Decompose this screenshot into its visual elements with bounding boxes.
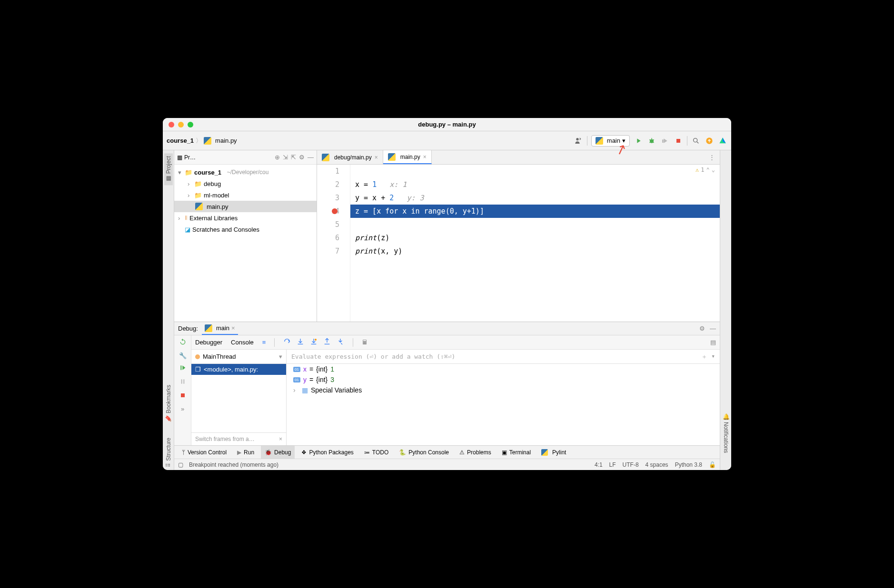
- tree-project-root[interactable]: ▾📁 course_1 ~/Developer/cou: [174, 167, 317, 178]
- user-icon[interactable]: [574, 136, 583, 146]
- editor-more-icon[interactable]: ⋮: [704, 150, 720, 164]
- special-variables[interactable]: ›▦ Special Variables: [287, 385, 720, 395]
- search-icon[interactable]: [691, 136, 701, 146]
- debugger-tab[interactable]: Debugger: [195, 339, 222, 346]
- project-tool-tab[interactable]: ▦ Project: [164, 153, 173, 185]
- warning-icon: ⚠: [459, 449, 465, 456]
- project-view-select[interactable]: ▦ Pr…: [177, 154, 196, 161]
- variable-y[interactable]: 01 y = {int} 3: [287, 374, 720, 385]
- thread-dump-icon[interactable]: ≡: [262, 339, 266, 346]
- run-tab[interactable]: ▶Run: [233, 446, 258, 459]
- modify-run-config-icon[interactable]: 🔧: [179, 352, 187, 359]
- minimize-window-icon[interactable]: [178, 122, 184, 127]
- tree-folder-debug[interactable]: ›📁 debug: [174, 178, 317, 189]
- tool-windows-icon[interactable]: ▢: [178, 461, 183, 468]
- close-tab-icon[interactable]: ×: [423, 154, 427, 160]
- expand-all-icon[interactable]: ⇲: [283, 154, 288, 161]
- lock-icon[interactable]: 🔓: [709, 461, 716, 468]
- chevron-down-icon[interactable]: ▾: [711, 353, 715, 361]
- close-tab-icon[interactable]: ×: [375, 154, 378, 161]
- frames-panel: MainThread▾ ❐<module>, main.py: Switch f…: [191, 350, 287, 445]
- tree-file-main-py[interactable]: main.py: [174, 201, 317, 212]
- status-position[interactable]: 4:1: [595, 461, 603, 468]
- inspection-widget[interactable]: ⚠1 ⌃ ⌄: [695, 167, 715, 173]
- terminal-tab[interactable]: ▣Terminal: [498, 446, 535, 459]
- hide-icon[interactable]: —: [308, 154, 314, 161]
- close-session-icon[interactable]: ×: [231, 324, 235, 332]
- structure-tool-tab[interactable]: ⠿ Structure: [164, 435, 173, 470]
- editor-gutter[interactable]: 1 2 3 4 5 6 7: [317, 165, 350, 322]
- python-console-tab[interactable]: 🐍Python Console: [395, 446, 453, 459]
- breadcrumb-root[interactable]: course_1: [167, 137, 194, 144]
- tree-external-libraries[interactable]: ›⫴ External Libraries: [174, 212, 317, 224]
- debug-button[interactable]: [647, 136, 656, 146]
- add-watch-icon[interactable]: ＋: [701, 353, 707, 361]
- bug-icon: 🐞: [265, 449, 272, 456]
- layout-settings-icon[interactable]: ▤: [710, 339, 716, 346]
- notifications-tool-tab[interactable]: 🔔 Notifications: [722, 410, 730, 456]
- evaluate-expression-icon[interactable]: 🖩: [362, 339, 368, 346]
- run-button[interactable]: [634, 136, 643, 146]
- status-indent[interactable]: 4 spaces: [646, 461, 668, 468]
- console-tab[interactable]: Console: [231, 339, 254, 346]
- step-out-icon[interactable]: [323, 338, 331, 347]
- play-icon: ▶: [237, 449, 241, 456]
- editor-tab-debug-main[interactable]: debug/main.py×: [317, 150, 383, 164]
- tree-folder-ml-model[interactable]: ›📁 ml-model: [174, 189, 317, 201]
- collapse-all-icon[interactable]: ⇱: [291, 154, 296, 161]
- execution-line: z = [x for x in range(0, y+1)]: [350, 205, 720, 218]
- variable-x[interactable]: 01 x = {int} 1: [287, 364, 720, 374]
- python-file-icon: [204, 137, 211, 145]
- stop-button[interactable]: [674, 136, 683, 146]
- stack-frame[interactable]: ❐<module>, main.py:: [191, 364, 286, 375]
- chevron-down-icon: ▾: [622, 137, 626, 144]
- bookmarks-tool-tab[interactable]: 🔖 Bookmarks: [164, 382, 173, 425]
- breadcrumb[interactable]: course_1 〉 main.py: [167, 137, 237, 145]
- hide-debug-icon[interactable]: —: [710, 325, 716, 332]
- status-line-sep[interactable]: LF: [609, 461, 616, 468]
- step-over-icon[interactable]: [283, 338, 291, 347]
- svg-rect-10: [298, 344, 303, 344]
- select-opened-icon[interactable]: ⊕: [275, 154, 280, 161]
- list-icon: ≔: [364, 449, 370, 456]
- svg-rect-11: [311, 344, 317, 344]
- status-interpreter[interactable]: Python 3.8: [675, 461, 702, 468]
- python-packages-tab[interactable]: ❖Python Packages: [298, 446, 357, 459]
- tree-scratches[interactable]: ◪ Scratches and Consoles: [174, 224, 317, 235]
- editor-tab-main[interactable]: main.py×: [383, 150, 432, 164]
- debug-session-tab[interactable]: main ×: [202, 322, 238, 335]
- python-icon: [205, 324, 212, 332]
- todo-tab[interactable]: ≔TODO: [360, 446, 392, 459]
- editor-code-area[interactable]: x = 1 x: 1 y = x + 2 y: 3 z = [x for x i…: [350, 165, 720, 322]
- status-encoding[interactable]: UTF-8: [623, 461, 639, 468]
- thread-select[interactable]: MainThread▾: [191, 350, 286, 364]
- zoom-window-icon[interactable]: [188, 122, 193, 127]
- chevron-down-icon[interactable]: ⌄: [712, 167, 715, 173]
- debug-gear-icon[interactable]: ⚙: [699, 325, 705, 332]
- more-debug-icon[interactable]: »: [181, 405, 184, 412]
- stop-debug-button[interactable]: [179, 392, 187, 401]
- debug-tool-window: Debug: main × ⚙ — 🔧 »: [174, 322, 720, 445]
- update-icon[interactable]: [705, 136, 714, 146]
- run-coverage-button[interactable]: [660, 136, 670, 146]
- chevron-up-icon[interactable]: ⌃: [706, 167, 710, 173]
- run-to-cursor-icon[interactable]: [337, 338, 344, 347]
- gear-icon[interactable]: ⚙: [299, 154, 305, 161]
- group-icon: ▦: [302, 386, 308, 394]
- version-control-tab[interactable]: ᛘVersion Control: [178, 446, 230, 459]
- rerun-button[interactable]: [179, 338, 187, 347]
- step-into-icon[interactable]: [297, 338, 304, 347]
- watch-input[interactable]: Evaluate expression (⏎) or add a watch (…: [287, 350, 720, 364]
- breakpoint-icon[interactable]: [332, 208, 338, 214]
- python-file-icon: [388, 153, 396, 161]
- pylint-tab[interactable]: Pylint: [537, 446, 570, 459]
- close-hint-icon[interactable]: ×: [279, 436, 282, 442]
- ide-services-icon[interactable]: [718, 136, 727, 146]
- run-config-select[interactable]: main ▾: [591, 135, 630, 147]
- problems-tab[interactable]: ⚠Problems: [456, 446, 495, 459]
- debug-tab[interactable]: 🐞Debug: [261, 446, 295, 459]
- breadcrumb-file[interactable]: main.py: [215, 137, 237, 144]
- resume-button[interactable]: [179, 364, 187, 373]
- step-into-my-code-icon[interactable]: [310, 338, 318, 347]
- close-window-icon[interactable]: [169, 122, 174, 127]
